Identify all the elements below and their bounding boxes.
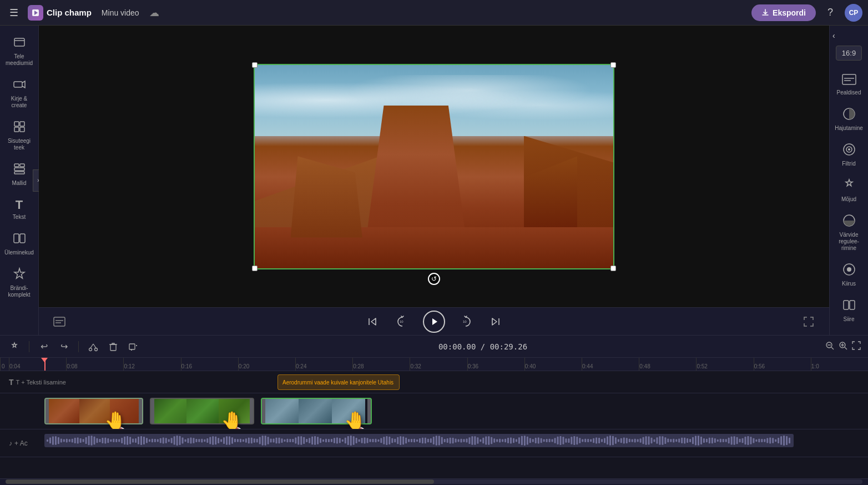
svg-rect-6: [14, 127, 19, 132]
svg-rect-145: [320, 438, 321, 443]
svg-rect-87: [160, 438, 162, 443]
ruler-mark-2: 0:08: [66, 358, 123, 371]
export-button[interactable]: Ekspordi: [751, 4, 816, 21]
skip-to-end-button[interactable]: [486, 312, 505, 331]
sidebar-item-brand[interactable]: Brändi­komplekt: [2, 263, 37, 303]
audio-waveform[interactable]: // inline waveform - won't run in script…: [44, 434, 794, 447]
sidebar-item-content[interactable]: Sisuteegi teek: [2, 116, 37, 156]
svg-rect-106: [212, 436, 214, 445]
right-item-effects[interactable]: Mõjud: [832, 174, 866, 207]
svg-rect-310: [775, 439, 776, 442]
svg-rect-140: [306, 439, 307, 442]
add-audio-button[interactable]: ♪ + Ac: [4, 437, 32, 449]
add-media-button[interactable]: [125, 339, 141, 354]
svg-rect-267: [656, 437, 658, 443]
svg-rect-38: [129, 344, 135, 349]
svg-rect-285: [706, 439, 708, 442]
undo-button[interactable]: ↩: [36, 339, 52, 354]
fit-timeline-button[interactable]: [851, 341, 861, 353]
captions-icon: [842, 74, 856, 88]
video-canvas[interactable]: ↺: [254, 64, 614, 269]
video-clip-2[interactable]: [150, 398, 254, 424]
selection-handle-br[interactable]: [610, 266, 616, 271]
right-sidebar-collapse-button[interactable]: ‹: [832, 31, 835, 40]
svg-rect-36: [110, 344, 116, 351]
clip-3-right-handle[interactable]: [367, 399, 371, 423]
sidebar-item-label-content: Sisuteegi teek: [5, 138, 34, 151]
svg-rect-134: [289, 439, 291, 442]
redo-button[interactable]: ↪: [56, 339, 72, 354]
svg-rect-109: [220, 439, 222, 442]
svg-rect-215: [513, 438, 514, 443]
svg-rect-240: [582, 439, 583, 442]
sidebar-item-transitions[interactable]: Üleminekud: [2, 227, 37, 261]
svg-rect-255: [623, 438, 625, 444]
avatar-button[interactable]: CP: [845, 4, 862, 22]
selection-handle-bl[interactable]: [252, 266, 258, 271]
svg-rect-136: [295, 438, 296, 444]
scrollbar-thumb[interactable]: [6, 479, 434, 484]
right-item-split[interactable]: Hajutamine: [832, 103, 866, 136]
zoom-in-button[interactable]: [838, 341, 848, 353]
clip-2-right-handle[interactable]: [250, 399, 253, 423]
video-clip-3[interactable]: [261, 398, 372, 424]
svg-rect-65: [99, 439, 100, 442]
sidebar-item-templates[interactable]: Mallid: [2, 158, 37, 191]
right-item-filters[interactable]: Filtrid: [832, 138, 866, 172]
svg-rect-262: [643, 437, 644, 444]
playhead[interactable]: [44, 358, 46, 371]
magic-tool-button[interactable]: [7, 339, 22, 354]
sidebar-item-label-brand: Brändi­komplekt: [5, 285, 34, 298]
right-item-transition[interactable]: Siire: [832, 294, 866, 327]
svg-rect-71: [115, 439, 117, 442]
right-item-speed[interactable]: Kiirus: [832, 258, 866, 292]
svg-rect-162: [367, 438, 369, 443]
svg-rect-12: [14, 234, 19, 243]
help-button[interactable]: ?: [821, 4, 839, 22]
rewind-button[interactable]: 10: [393, 312, 412, 331]
right-item-color[interactable]: Värvide regu­lee­rimine: [832, 209, 866, 256]
rotate-handle[interactable]: ↺: [428, 273, 440, 285]
menu-button[interactable]: ☰: [6, 3, 22, 22]
my-video-nav[interactable]: Minu video: [97, 6, 144, 19]
play-button[interactable]: [423, 311, 445, 333]
forward-button[interactable]: 10: [456, 312, 475, 331]
svg-rect-207: [491, 437, 492, 444]
svg-rect-291: [723, 439, 724, 442]
fullscreen-button[interactable]: [799, 312, 818, 331]
aspect-ratio-button[interactable]: 16:9: [836, 46, 862, 61]
sidebar-item-text[interactable]: T Tekst: [2, 193, 37, 225]
skip-to-start-button[interactable]: [363, 312, 382, 331]
cursor-number-1: 1: [113, 427, 126, 429]
svg-rect-11: [14, 172, 24, 174]
text-clip-tooltip[interactable]: Aerodrummi vaade kuivale kanjonitele Uta…: [277, 374, 400, 390]
svg-rect-89: [165, 438, 167, 443]
zoom-out-button[interactable]: [825, 341, 835, 353]
selection-handle-tl[interactable]: [252, 62, 258, 68]
svg-rect-217: [518, 437, 520, 444]
svg-rect-311: [778, 438, 779, 443]
clip-3-thumb-1: [265, 399, 299, 423]
sidebar-item-record[interactable]: Kirje & create: [2, 73, 37, 113]
svg-rect-86: [157, 439, 159, 442]
svg-rect-238: [576, 437, 578, 444]
right-item-captions[interactable]: Pealdised: [832, 69, 866, 101]
caption-button[interactable]: [50, 312, 69, 331]
svg-rect-13: [20, 234, 25, 243]
clip-2-thumb-3: [219, 399, 250, 423]
delete-button[interactable]: [105, 339, 121, 354]
svg-rect-91: [171, 438, 173, 443]
right-item-label-split: Hajutamine: [835, 125, 863, 132]
sidebar-item-media[interactable]: Tele meediumid: [2, 31, 37, 71]
svg-rect-4: [14, 122, 19, 126]
video-clip-1[interactable]: [44, 398, 143, 424]
cut-button[interactable]: [85, 339, 101, 354]
svg-rect-274: [675, 439, 677, 442]
timeline-ruler[interactable]: 0 0:04 0:08 0:12 0:16 0:20 0:24 0:28 0:3…: [0, 358, 868, 371]
selection-handle-tr[interactable]: [610, 62, 616, 68]
clip-1-right-handle[interactable]: [139, 399, 142, 423]
svg-rect-77: [132, 439, 134, 443]
svg-rect-266: [653, 439, 655, 442]
svg-rect-283: [700, 437, 702, 444]
timeline-scrollbar[interactable]: [0, 478, 868, 485]
